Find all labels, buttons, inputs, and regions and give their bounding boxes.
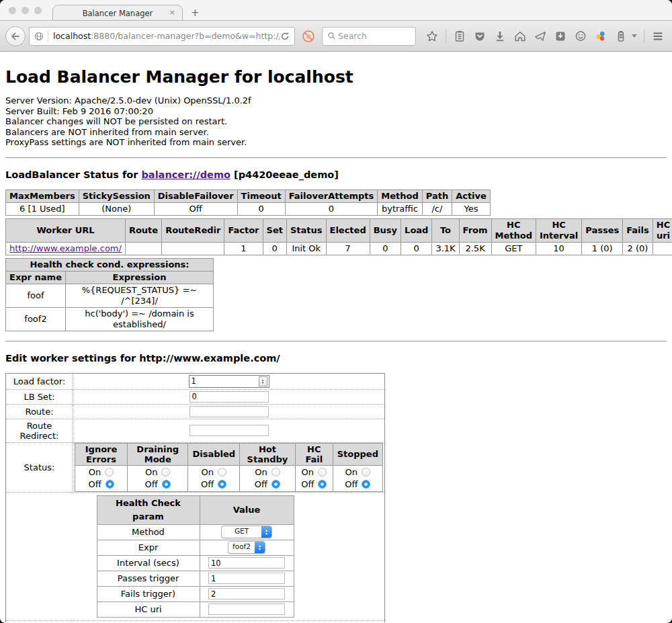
urlbar-separator	[48, 30, 48, 42]
cell-expr-name: foof	[6, 284, 66, 307]
off-label: Off	[145, 479, 158, 491]
radio-stopped-off[interactable]	[362, 480, 370, 489]
chevron-down-icon[interactable]	[632, 34, 637, 38]
cell-busy: 0	[370, 242, 401, 255]
new-tab-button[interactable]: +	[191, 7, 200, 19]
worker-url-link[interactable]: http://www.example.com/	[9, 243, 122, 253]
hc-uri-label: HC uri	[97, 601, 200, 617]
cell-path: /c/	[422, 202, 452, 215]
tab-balancer-manager[interactable]: Balancer Manager ×	[52, 5, 183, 21]
color-dots-extension-icon[interactable]	[594, 30, 607, 43]
hc-uri-input[interactable]	[208, 604, 285, 615]
load-factor-field[interactable]	[190, 376, 259, 386]
menu-icon[interactable]	[651, 30, 665, 43]
globe-icon[interactable]	[34, 31, 44, 42]
off-label: Off	[301, 479, 314, 491]
close-tab-icon[interactable]: ×	[169, 8, 175, 17]
hc-expr-select[interactable]: foof2▴▾	[228, 541, 265, 554]
radio-draining-mode-on[interactable]	[161, 468, 170, 476]
lb-set-input[interactable]	[190, 391, 269, 403]
radio-hot-standby-on[interactable]	[271, 468, 280, 476]
blocked-content-icon[interactable]	[301, 29, 316, 44]
column-header: HC Fail	[295, 443, 333, 465]
hc-method-value: GET	[222, 526, 261, 538]
download-icon[interactable]	[493, 30, 507, 43]
route-input[interactable]	[190, 406, 269, 417]
battery-extension-icon[interactable]	[614, 30, 628, 43]
hc-interval-input[interactable]	[208, 557, 285, 569]
route-redirect-input[interactable]	[190, 425, 269, 436]
on-label: On	[201, 466, 213, 479]
form-row-status: Status: Ignore Errors Draining Mode Disa…	[6, 442, 385, 492]
cell-stickysession: (None)	[79, 202, 154, 215]
radio-ignore-errors-off[interactable]	[106, 480, 114, 489]
status-label: Status:	[6, 442, 73, 492]
url-bar[interactable]: localhost:8880/balancer-manager?b=demo&w…	[29, 27, 295, 46]
browser-titlebar: Balancer Manager × +	[0, 0, 672, 20]
reload-icon[interactable]	[280, 31, 290, 42]
home-icon[interactable]	[513, 30, 527, 43]
load-factor-input[interactable]: ▴▾	[189, 375, 269, 388]
column-header: Health Check param	[97, 495, 200, 524]
toolbar-separator	[644, 30, 644, 43]
table-header-row: Health Check param Value	[97, 495, 294, 524]
hc-passes-row: Passes trigger	[97, 571, 294, 586]
notice-line: Balancer changes will NOT be persisted o…	[5, 116, 667, 127]
radio-stopped-on[interactable]	[362, 468, 370, 476]
radio-hc-fail-off[interactable]	[318, 480, 327, 489]
radio-hc-fail-on[interactable]	[318, 468, 327, 476]
column-header: Method	[378, 190, 422, 202]
tab-title: Balancer Manager	[83, 9, 153, 18]
toolbar-separator	[446, 30, 446, 43]
cell-passes: 1 (0)	[582, 242, 623, 255]
cell-method: bytraffic	[378, 202, 422, 215]
send-icon[interactable]	[534, 30, 547, 43]
radio-disabled-off[interactable]	[218, 480, 226, 489]
url-text[interactable]: localhost:8880/balancer-manager?b=demo&w…	[53, 31, 280, 41]
hc-method-label: Method	[97, 524, 200, 540]
column-header: Path	[422, 190, 452, 202]
worker-table: Worker URL Route RouteRedir Factor Set S…	[5, 218, 672, 255]
cell-fails: 2 (0)	[623, 242, 653, 255]
radio-ignore-errors-on[interactable]	[105, 468, 114, 476]
search-bar[interactable]	[322, 27, 416, 46]
minimize-window-button[interactable]	[22, 7, 29, 14]
on-label: On	[302, 466, 314, 479]
divider	[5, 157, 667, 159]
balancer-status-heading: LoadBalancer Status for balancer://demo …	[5, 169, 667, 180]
hc-passes-input[interactable]	[208, 573, 285, 584]
hc-fails-input[interactable]	[208, 588, 285, 599]
cell-factor: 1	[224, 242, 263, 255]
column-header: From	[459, 218, 491, 242]
save-to-device-icon[interactable]	[554, 30, 567, 43]
cell-expression: %{REQUEST_STATUS} =~ /^[234]/	[66, 284, 214, 307]
toolbar-icons	[425, 30, 672, 43]
search-input[interactable]	[337, 30, 407, 42]
pocket-icon[interactable]	[473, 30, 487, 43]
radio-hot-standby-off[interactable]	[271, 480, 280, 489]
form-row-submit: Submit	[6, 620, 385, 622]
radio-disabled-on[interactable]	[218, 468, 226, 476]
clipboard-icon[interactable]	[453, 30, 466, 43]
radio-draining-mode-off[interactable]	[162, 480, 171, 489]
load-factor-label: Load factor:	[6, 373, 73, 389]
url-path: :8880/balancer-manager?b=demo&w=http://w…	[91, 31, 280, 41]
column-header: Draining Mode	[128, 443, 188, 465]
submit-button[interactable]: Submit	[175, 622, 216, 623]
back-button[interactable]	[5, 26, 26, 46]
column-header: Worker URL	[6, 218, 126, 242]
server-built-line: Server Built: Feb 9 2016 07:00:20	[5, 106, 667, 117]
close-window-button[interactable]	[9, 7, 16, 14]
cell-route	[125, 242, 161, 255]
bookmark-star-icon[interactable]	[425, 30, 439, 43]
balancer-demo-link[interactable]: balancer://demo	[141, 169, 230, 180]
zoom-window-button[interactable]	[34, 7, 42, 14]
hc-method-select[interactable]: GET▴▾	[221, 526, 272, 538]
balancer-status-table: MaxMembers StickySession DisableFailover…	[5, 190, 491, 216]
cell-maxmembers: 6 [1 Used]	[6, 202, 79, 215]
divider	[5, 341, 667, 342]
column-header: HC Interval	[536, 218, 581, 242]
number-stepper-icon[interactable]: ▴▾	[259, 376, 267, 386]
select-arrows-icon: ▴▾	[261, 526, 271, 538]
feedback-smiley-icon[interactable]	[574, 30, 587, 43]
